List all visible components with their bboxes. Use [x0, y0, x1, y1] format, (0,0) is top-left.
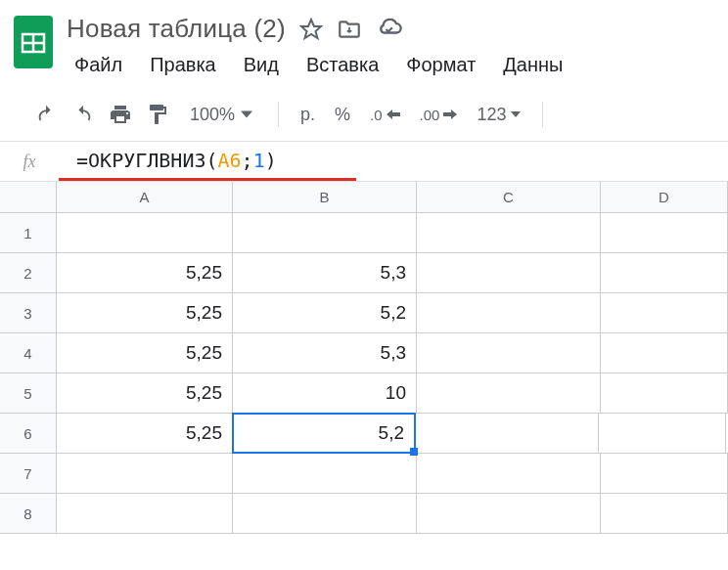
row-3: 3 5,25 5,2 [0, 293, 728, 333]
document-title[interactable]: Новая таблица (2) [67, 14, 286, 44]
cell[interactable] [601, 373, 728, 413]
row-header[interactable]: 8 [0, 494, 57, 533]
cell[interactable]: 5,25 [57, 414, 233, 453]
row-header[interactable]: 4 [0, 333, 57, 373]
cell[interactable]: 5,25 [57, 373, 233, 413]
cell[interactable]: 5,25 [57, 293, 233, 332]
cell[interactable]: 10 [233, 373, 417, 413]
zoom-value: 100% [190, 105, 235, 125]
cell[interactable] [599, 414, 726, 453]
star-icon[interactable] [299, 18, 323, 41]
menu-edit[interactable]: Правка [142, 52, 224, 78]
cell[interactable]: 5,3 [233, 253, 417, 292]
select-all-corner[interactable] [0, 182, 57, 212]
cell[interactable]: 5,2 [233, 293, 417, 332]
spreadsheet-grid: A B C D 1 2 5,25 5,3 3 5,25 5,2 4 5,25 5… [0, 182, 728, 534]
row-6: 6 5,25 5,2 [0, 414, 728, 454]
col-header-d[interactable]: D [601, 182, 728, 212]
row-7: 7 [0, 454, 728, 494]
fill-handle[interactable] [410, 448, 418, 456]
chevron-down-icon [511, 110, 521, 118]
menubar: Файл Правка Вид Вставка Формат Данны [67, 46, 728, 88]
menu-view[interactable]: Вид [236, 52, 287, 78]
currency-button[interactable]: р. [293, 98, 323, 131]
row-1: 1 [0, 213, 728, 253]
column-headers: A B C D [0, 182, 728, 213]
row-5: 5 5,25 10 [0, 373, 728, 414]
row-header[interactable]: 2 [0, 253, 57, 292]
increase-decimal-button[interactable]: .00 [412, 98, 466, 131]
percent-button[interactable]: % [327, 98, 358, 131]
move-folder-icon[interactable] [337, 17, 362, 42]
cell[interactable]: 5,25 [57, 253, 233, 292]
cloud-status-icon[interactable] [376, 16, 403, 43]
row-8: 8 [0, 494, 728, 534]
cell[interactable] [57, 213, 233, 252]
cell[interactable] [601, 253, 728, 292]
arrow-left-icon [387, 110, 400, 119]
row-header[interactable]: 3 [0, 293, 57, 332]
cell[interactable]: 5,3 [233, 333, 417, 373]
row-header[interactable]: 1 [0, 213, 57, 252]
cell[interactable] [233, 454, 417, 493]
redo-button[interactable] [67, 98, 100, 131]
row-header[interactable]: 7 [0, 454, 57, 493]
row-2: 2 5,25 5,3 [0, 253, 728, 293]
active-cell[interactable]: 5,2 [232, 413, 416, 454]
cell[interactable] [601, 333, 728, 373]
paint-format-button[interactable] [141, 98, 174, 131]
menu-data[interactable]: Данны [495, 52, 570, 78]
row-header[interactable]: 5 [0, 373, 57, 413]
title-area: Новая таблица (2) Файл Правка Вид Вставк… [59, 8, 728, 88]
separator [542, 102, 543, 127]
cell[interactable] [233, 213, 417, 252]
cell[interactable] [601, 213, 728, 252]
cell[interactable] [417, 213, 601, 252]
col-header-b[interactable]: B [233, 182, 417, 212]
fx-icon: fx [0, 152, 59, 172]
cell[interactable] [415, 414, 599, 453]
formula-input[interactable]: =ОКРУГЛВНИЗ(A6;1) [59, 142, 356, 181]
cell[interactable] [417, 454, 601, 493]
col-header-c[interactable]: C [417, 182, 601, 212]
cell[interactable]: 5,25 [57, 333, 233, 373]
cell[interactable] [417, 494, 601, 533]
separator [278, 102, 279, 127]
row-header[interactable]: 6 [0, 414, 57, 453]
print-button[interactable] [104, 98, 137, 131]
chevron-down-icon [241, 109, 252, 120]
cell[interactable] [417, 373, 601, 413]
cell[interactable] [417, 253, 601, 292]
row-4: 4 5,25 5,3 [0, 333, 728, 373]
menu-format[interactable]: Формат [398, 52, 483, 78]
formula-bar: fx =ОКРУГЛВНИЗ(A6;1) [0, 141, 728, 182]
cell[interactable] [601, 494, 728, 533]
header: Новая таблица (2) Файл Правка Вид Вставк… [0, 0, 728, 88]
sheets-app-icon[interactable] [8, 8, 59, 76]
menu-insert[interactable]: Вставка [298, 52, 387, 78]
toolbar: 100% р. % .0 .00 123 [0, 88, 728, 141]
cell[interactable] [233, 494, 417, 533]
cell[interactable] [57, 494, 233, 533]
undo-button[interactable] [29, 98, 63, 131]
cell[interactable] [57, 454, 233, 493]
number-format-dropdown[interactable]: 123 [469, 98, 527, 131]
cell[interactable] [417, 333, 601, 373]
decrease-decimal-button[interactable]: .0 [362, 98, 408, 131]
arrow-right-icon [443, 110, 457, 119]
title-row: Новая таблица (2) [67, 8, 728, 46]
cell[interactable] [417, 293, 601, 332]
zoom-dropdown[interactable]: 100% [178, 105, 264, 125]
menu-file[interactable]: Файл [67, 52, 130, 78]
cell[interactable] [601, 293, 728, 332]
svg-marker-4 [301, 20, 321, 38]
col-header-a[interactable]: A [57, 182, 233, 212]
cell[interactable] [601, 454, 728, 493]
